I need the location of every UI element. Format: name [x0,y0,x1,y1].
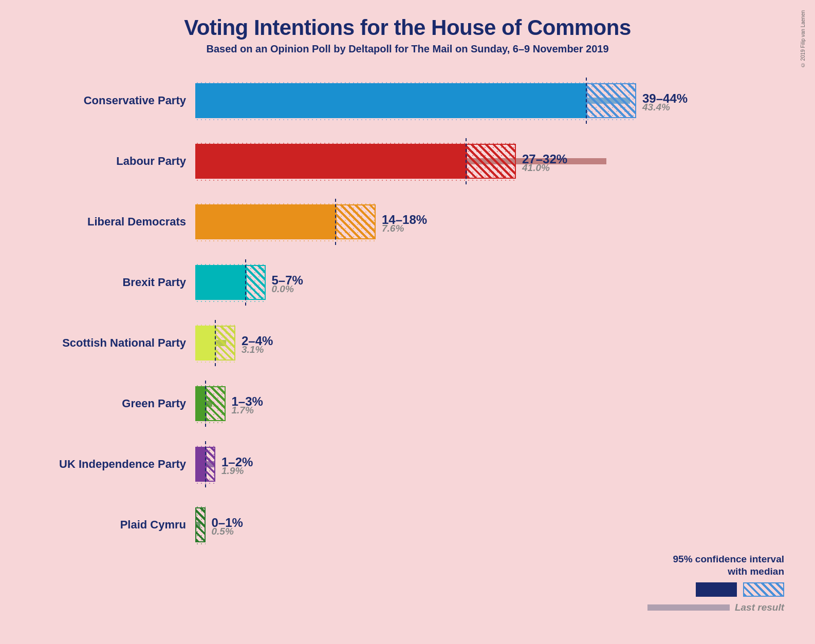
party-row: Plaid Cymru0–1%0.5% [31,495,794,555]
solid-bar-2 [195,204,336,239]
solid-bar-1 [195,144,466,179]
solid-bar-6 [195,447,206,482]
party-row: Liberal Democrats14–18%7.6% [31,192,794,252]
v-line-3 [245,259,246,306]
legend-items [647,582,784,597]
v-line-2 [335,199,336,245]
party-row: Labour Party27–32%41.0% [31,131,794,192]
party-label-0: Conservative Party [31,94,195,107]
hatch-bar-2 [336,204,376,239]
legend-last-label: Last result [735,602,784,613]
solid-bar-5 [195,386,206,421]
legend-last-result: Last result [647,602,784,613]
hatch-bar-3 [246,265,266,300]
party-label-1: Labour Party [31,155,195,168]
solid-bar-4 [195,326,215,361]
v-line-4 [215,320,216,366]
party-label-6: UK Independence Party [31,458,195,471]
bar-section-7: 0–1%0.5% [195,499,794,551]
legend-hatch [743,582,784,597]
watermark: © 2019 Filip van Laenen [800,10,806,68]
v-line-1 [466,138,467,184]
sub-label-4: 3.1% [242,344,264,355]
chart-container: Voting Intentions for the House of Commo… [0,0,815,644]
legend-title: 95% confidence intervalwith median [647,553,784,578]
hatch-bar-0 [586,83,637,118]
bar-section-3: 5–7%0.0% [195,257,794,308]
hatch-bar-5 [206,386,226,421]
sub-label-6: 1.9% [221,465,244,477]
hatch-bar-1 [466,144,516,179]
solid-bar-3 [195,265,246,300]
party-label-4: Scottish National Party [31,336,195,350]
legend-area: 95% confidence intervalwith median Last … [647,553,784,613]
hatch-bar-7 [195,507,206,542]
v-line-6 [205,441,206,487]
party-label-5: Green Party [31,397,195,410]
sub-label-2: 7.6% [382,223,404,234]
party-row: Conservative Party39–44%43.4% [31,70,794,131]
legend-gray-bar [647,604,730,611]
v-line-0 [586,78,587,124]
hatch-bar-4 [215,326,235,361]
hatch-bar-6 [206,447,216,482]
sub-label-1: 41.0% [522,162,550,174]
bar-section-2: 14–18%7.6% [195,196,794,248]
sub-label-3: 0.0% [272,283,294,295]
solid-bar-0 [195,83,586,118]
sub-label-0: 43.4% [642,102,670,113]
party-row: Brexit Party5–7%0.0% [31,252,794,313]
bars-area: Conservative Party39–44%43.4%Labour Part… [31,70,794,555]
party-row: Scottish National Party2–4%3.1% [31,313,794,373]
sub-label-5: 1.7% [232,405,254,416]
party-label-7: Plaid Cymru [31,518,195,532]
party-row: Green Party1–3%1.7% [31,373,794,434]
bar-section-4: 2–4%3.1% [195,317,794,369]
sub-label-7: 0.5% [212,526,234,537]
bar-section-6: 1–2%1.9% [195,439,794,490]
chart-subtitle: Based on an Opinion Poll by Deltapoll fo… [21,43,794,55]
legend-solid [696,582,737,597]
party-row: UK Independence Party1–2%1.9% [31,434,794,495]
party-label-2: Liberal Democrats [31,215,195,229]
v-line-5 [205,381,206,427]
chart-title: Voting Intentions for the House of Commo… [21,15,794,40]
party-label-3: Brexit Party [31,276,195,289]
bar-section-1: 27–32%41.0% [195,136,794,187]
bar-section-5: 1–3%1.7% [195,378,794,429]
bar-section-0: 39–44%43.4% [195,75,794,126]
